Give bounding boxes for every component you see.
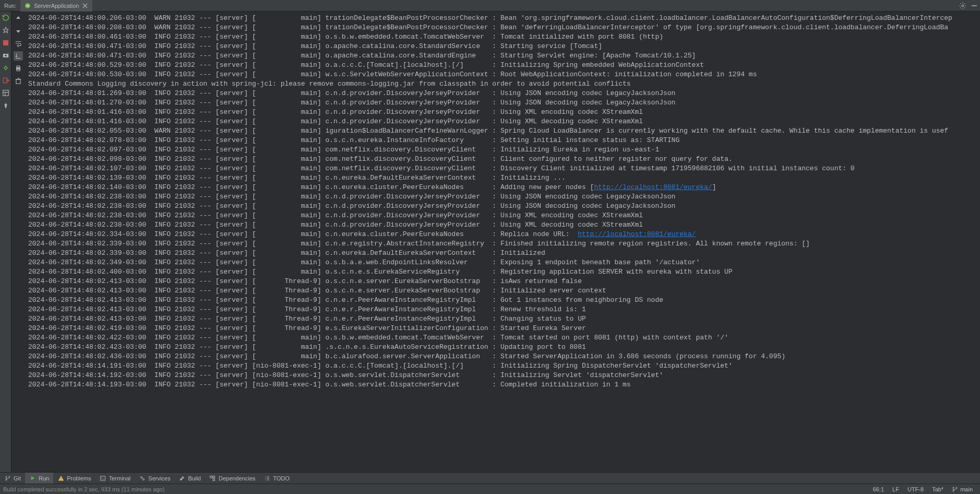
status-caret[interactable]: 66:1 [869,486,888,492]
log-line: 2024-06-28T14:48:00.461-03:00 INFO 21032… [28,32,977,42]
toolwindow-problems[interactable]: Problems [53,473,95,484]
svg-rect-10 [17,69,20,71]
log-line: 2024-06-28T14:48:02.238-03:00 INFO 21032… [28,220,977,230]
print-icon[interactable] [14,64,23,73]
console-output[interactable]: 2024-06-28T14:48:00.206-03:00 WARN 21032… [25,11,980,472]
svg-rect-20 [210,476,212,478]
log-line: 2024-06-28T14:48:02.422-03:00 INFO 21032… [28,333,977,343]
toolwindow-dependencies[interactable]: Dependencies [205,473,259,484]
svg-point-13 [9,476,10,477]
close-icon[interactable] [82,3,88,9]
svg-point-4 [5,55,7,57]
log-line: 2024-06-28T14:48:02.238-03:00 INFO 21032… [28,202,977,211]
up-icon[interactable] [14,14,23,23]
pin-icon[interactable] [2,26,10,34]
console-toolbar [11,11,25,472]
log-line: 2024-06-28T14:48:02.098-03:00 INFO 21032… [28,155,977,164]
svg-point-12 [6,476,7,477]
todo-icon [264,475,270,481]
toolwindow-git[interactable]: Git [0,473,25,484]
svg-rect-11 [16,79,20,84]
status-line-ending[interactable]: LF [888,486,903,492]
status-indent[interactable]: Tab* [928,486,948,492]
status-branch[interactable]: main [948,486,977,492]
toolwindow-services[interactable]: Services [135,473,174,484]
down-icon[interactable] [14,26,23,36]
log-link[interactable]: http://localhost:8081/eureka/ [578,230,696,238]
log-line: 2024-06-28T14:48:01.416-03:00 INFO 21032… [28,117,977,126]
log-line: 2024-06-28T14:48:00.208-03:00 WARN 21032… [28,23,977,32]
run-header: Run: ServerApplication [0,0,980,11]
status-bar: Build completed successfully in 2 sec, 9… [0,484,980,494]
soft-wrap-icon[interactable] [14,39,23,48]
log-line: 2024-06-28T14:48:02.349-03:00 INFO 21032… [28,258,977,267]
minimize-icon[interactable] [969,0,980,11]
log-line: 2024-06-28T14:48:02.419-03:00 INFO 21032… [28,324,977,333]
log-line: 2024-06-28T14:48:02.413-03:00 INFO 21032… [28,296,977,305]
svg-rect-21 [213,476,215,478]
svg-point-0 [25,3,30,8]
settings-icon[interactable] [957,0,969,11]
ide-left-stripe [0,11,11,472]
log-line: 2024-06-28T14:48:02.339-03:00 INFO 21032… [28,249,977,258]
log-line: 2024-06-28T14:48:02.413-03:00 INFO 21032… [28,314,977,324]
toolwindow-terminal[interactable]: Terminal [95,473,135,484]
status-branch-label: main [960,486,973,492]
toolwindow-label: Terminal [109,475,131,481]
svg-rect-2 [3,40,8,45]
svg-point-1 [962,5,964,7]
warn-icon [57,475,64,481]
log-link[interactable]: http://localhost:8081/eureka/ [594,183,712,191]
hammer-icon [178,475,185,481]
svg-point-23 [953,487,954,488]
log-line: 2024-06-28T14:48:02.334-03:00 INFO 21032… [28,230,977,239]
toolwindow-label: Services [148,475,170,481]
log-line: 2024-06-28T14:48:01.270-03:00 INFO 21032… [28,98,977,108]
toolwindow-build[interactable]: Build [174,473,205,484]
bottom-toolbar: GitRunProblemsTerminalServicesBuildDepen… [0,472,980,484]
status-build-message: Build completed successfully in 2 sec, 9… [3,486,164,492]
log-line: 2024-06-28T14:48:02.078-03:00 INFO 21032… [28,136,977,145]
layout-icon[interactable] [2,89,10,97]
log-line: 2024-06-28T14:48:02.139-03:00 INFO 21032… [28,173,977,183]
svg-rect-7 [3,90,8,96]
log-line: Standard Commons Logging discovery in ac… [28,79,977,89]
toolwindow-run[interactable]: Run [25,473,53,484]
svg-point-24 [956,487,957,488]
run-label: Run: [0,3,20,9]
bug-rerun-icon[interactable] [2,64,10,72]
toolwindow-label: Problems [67,475,91,481]
log-line: 2024-06-28T14:48:02.055-03:00 WARN 21032… [28,126,977,136]
clear-icon[interactable] [14,76,23,86]
svg-rect-16 [61,479,61,480]
scroll-to-end-icon[interactable] [14,51,23,61]
branch-icon [952,486,958,492]
rerun-icon[interactable] [2,14,10,22]
log-line: 2024-06-28T14:48:02.140-03:00 INFO 21032… [28,183,977,192]
log-line: 2024-06-28T14:48:02.107-03:00 INFO 21032… [28,164,977,173]
run-config-tab[interactable]: ServerApplication [20,0,92,11]
services-icon [139,475,146,481]
toolwindow-label: Run [39,475,49,481]
run-config-label: ServerApplication [34,3,79,9]
camera-icon[interactable] [2,51,10,60]
stop-icon[interactable] [2,39,10,47]
status-encoding[interactable]: UTF-8 [903,486,928,492]
svg-rect-15 [61,477,61,479]
log-line: 2024-06-28T14:48:14.191-03:00 INFO 21032… [28,361,977,371]
toolwindow-label: Dependencies [219,475,255,481]
log-line: 2024-06-28T14:48:00.471-03:00 INFO 21032… [28,51,977,61]
toolwindow-label: TODO [273,475,290,481]
svg-point-5 [4,67,7,69]
toolwindow-todo[interactable]: TODO [259,473,294,484]
branch-icon [4,475,11,481]
log-line: 2024-06-28T14:48:02.339-03:00 INFO 21032… [28,239,977,249]
log-line: 2024-06-28T14:48:02.097-03:00 INFO 21032… [28,145,977,155]
exit-icon[interactable] [2,76,10,85]
log-line: 2024-06-28T14:48:02.423-03:00 INFO 21032… [28,343,977,352]
pushpin-icon[interactable] [2,101,10,110]
svg-rect-9 [17,66,20,67]
log-line: 2024-06-28T14:48:02.413-03:00 INFO 21032… [28,277,977,286]
svg-rect-17 [101,476,105,480]
term-icon [100,475,106,481]
